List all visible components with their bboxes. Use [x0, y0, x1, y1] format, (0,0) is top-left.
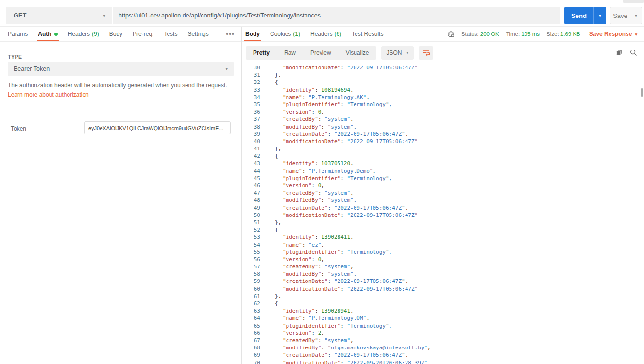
- send-options-button[interactable]: ▾: [593, 7, 606, 24]
- chevron-down-icon: ▾: [635, 32, 637, 37]
- send-button[interactable]: Send ▾: [564, 7, 606, 24]
- indent-guide: [275, 307, 275, 314]
- code-line: 35"pluginIdentifier": "Terminology",: [242, 101, 641, 108]
- code-line: 33"identity": 108194694,: [242, 86, 641, 94]
- indent-guide: [275, 322, 275, 330]
- indent-guide: [275, 256, 275, 263]
- response-panel: Body Cookies(1) Headers(6) Test Results …: [242, 27, 644, 364]
- learn-more-link[interactable]: Learn more about authorization: [8, 91, 89, 98]
- indent-guide: [275, 314, 275, 322]
- view-pretty[interactable]: Pretty: [246, 46, 277, 60]
- format-select[interactable]: JSON ▾: [381, 46, 414, 60]
- line-number: 65: [242, 322, 265, 330]
- auth-editor: TYPE Bearer Token ▾ The authorization he…: [0, 42, 241, 364]
- line-number: 64: [242, 314, 265, 322]
- indent-guide: [275, 94, 275, 101]
- indent-guide: [275, 204, 275, 212]
- code-line: 60"modificationDate": "2022-09-17T05:06:…: [242, 285, 641, 293]
- view-preview[interactable]: Preview: [303, 46, 339, 60]
- code-line: 45"pluginIdentifier": "Terminology",: [242, 175, 641, 182]
- token-input[interactable]: [88, 125, 226, 131]
- tab-auth[interactable]: Auth: [38, 27, 57, 41]
- search-icon[interactable]: [630, 49, 637, 56]
- code-line: 54"name": "ez",: [242, 241, 641, 248]
- tab-tests[interactable]: Tests: [164, 27, 177, 41]
- tab-response-body[interactable]: Body: [245, 27, 260, 41]
- save-response-button[interactable]: Save Response▾: [589, 31, 637, 37]
- line-number: 30: [242, 64, 265, 71]
- response-body-code[interactable]: 30"modificationDate": "2022-09-17T05:06:…: [242, 64, 641, 364]
- tab-settings[interactable]: Settings: [187, 27, 208, 41]
- indent-guide: [275, 330, 275, 337]
- view-visualize[interactable]: Visualize: [339, 46, 376, 60]
- code-line: 65"pluginIdentifier": "Terminology",: [242, 322, 641, 330]
- wrap-lines-button[interactable]: [419, 46, 433, 60]
- auth-type-select[interactable]: Bearer Token ▾: [8, 62, 234, 76]
- tab-response-headers[interactable]: Headers(6): [310, 27, 341, 41]
- code-line: 50"modificationDate": "2022-09-17T05:06:…: [242, 212, 641, 219]
- cookies-count-badge: (1): [293, 31, 300, 37]
- chevron-down-icon: ▾: [599, 13, 601, 18]
- indent-guide: [275, 278, 275, 285]
- indent-guide: [275, 359, 275, 364]
- indent-guide: [275, 160, 275, 167]
- indent-guide: [275, 116, 275, 123]
- code-line: 30"modificationDate": "2022-09-17T05:06:…: [242, 64, 641, 71]
- code-line: 58"modifiedBy": "system",: [242, 270, 641, 278]
- indent-guide: [275, 138, 275, 145]
- line-number: 54: [242, 241, 265, 248]
- code-line: 70"modificationDate": "2022-09-20T20:06:…: [242, 359, 641, 364]
- code-line: 42{: [242, 152, 641, 160]
- section-divider: [0, 111, 241, 111]
- code-line: 53"identity": 139028411,: [242, 233, 641, 241]
- line-number: 57: [242, 263, 265, 270]
- scrollbar-thumb[interactable]: [641, 88, 643, 97]
- indent-guide: [275, 233, 275, 241]
- code-line: 44"name": "P.Terminology.Demo",: [242, 167, 641, 175]
- code-line: 32{: [242, 79, 641, 86]
- view-raw[interactable]: Raw: [277, 46, 303, 60]
- line-number: 41: [242, 145, 265, 152]
- tab-cookies[interactable]: Cookies(1): [270, 27, 300, 41]
- line-number: 34: [242, 94, 265, 101]
- save-options-button[interactable]: ▾: [630, 7, 642, 24]
- code-line: 40"modificationDate": "2022-09-17T05:06:…: [242, 138, 641, 145]
- indent-guide: [275, 123, 275, 131]
- indent-guide: [275, 167, 275, 175]
- chevron-down-icon: ▾: [635, 13, 637, 18]
- more-options-icon[interactable]: •••: [224, 30, 237, 38]
- response-view-toolbar: Pretty Raw Preview Visualize JSON ▾: [242, 42, 644, 64]
- url-input[interactable]: [119, 12, 555, 19]
- line-number: 59: [242, 278, 265, 285]
- tab-headers[interactable]: Headers(9): [68, 27, 99, 41]
- line-number: 48: [242, 197, 265, 204]
- network-globe-icon[interactable]: [447, 31, 455, 38]
- http-method-select[interactable]: GET ▾: [6, 7, 113, 24]
- wrap-lines-icon: [423, 50, 430, 56]
- indent-guide: [275, 285, 275, 293]
- tab-params[interactable]: Params: [8, 27, 28, 41]
- code-line: 46"version": 0,: [242, 182, 641, 189]
- indent-guide: [275, 197, 275, 204]
- response-tab-bar: Body Cookies(1) Headers(6) Test Results …: [242, 27, 644, 42]
- cutoff-toolbar-fragment: [623, 0, 644, 3]
- line-number: 55: [242, 248, 265, 256]
- code-line: 34"name": "P.Terminology.AK",: [242, 94, 641, 101]
- code-line: 63"identity": 139028941,: [242, 307, 641, 314]
- save-button[interactable]: Save ▾: [610, 7, 642, 24]
- format-value: JSON: [387, 50, 402, 56]
- line-number: 53: [242, 233, 265, 241]
- tab-test-results[interactable]: Test Results: [352, 27, 383, 41]
- copy-icon[interactable]: [616, 49, 623, 56]
- save-button-label: Save: [610, 7, 630, 24]
- token-field-wrap: [84, 121, 231, 134]
- code-line: 39"creationDate": "2022-09-17T05:06:47Z"…: [242, 131, 641, 138]
- indent-guide: [275, 101, 275, 108]
- line-number: 47: [242, 189, 265, 197]
- tab-pre-request[interactable]: Pre-req.: [133, 27, 153, 41]
- line-number: 52: [242, 226, 265, 233]
- indent-guide: [275, 175, 275, 182]
- line-number: 35: [242, 101, 265, 108]
- tab-body[interactable]: Body: [109, 27, 122, 41]
- line-number: 67: [242, 337, 265, 344]
